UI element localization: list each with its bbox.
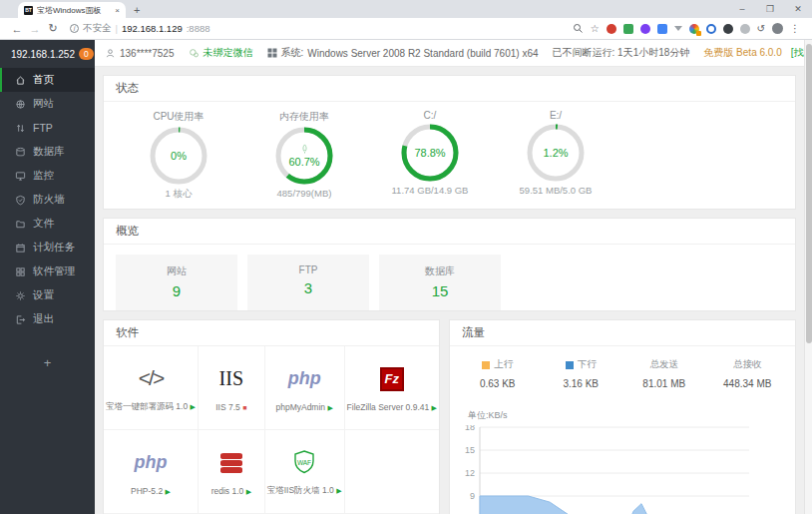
software-name[interactable]: FileZilla Server 0.9.41 (347, 402, 430, 412)
account-info[interactable]: 136****7525 (105, 48, 175, 59)
url-host: 192.168.1.129 (122, 23, 183, 34)
sidebar-item-files[interactable]: 文件 (0, 212, 95, 236)
tab-close-icon[interactable]: × (115, 6, 120, 15)
svg-text:12: 12 (465, 468, 475, 478)
page-scrollbar[interactable] (804, 40, 812, 514)
stopped-status-icon: ■ (242, 404, 246, 411)
software-tile-redis[interactable]: redis 1.0 ▶ (199, 430, 265, 514)
software-tile-phpmyadmin[interactable]: php phpMyAdmin ▶ (265, 346, 345, 430)
svg-text:15: 15 (465, 445, 475, 455)
sidebar-item-label: 设置 (33, 288, 54, 302)
message-count-badge[interactable]: 0 (79, 48, 94, 60)
software-name[interactable]: IIS 7.5 (215, 402, 240, 412)
purple-extension-icon[interactable] (640, 24, 650, 34)
server-header[interactable]: 192.168.1.252 0 (0, 40, 95, 68)
gauge-label: C:/ (367, 110, 493, 121)
status-panel: 状态 CPU使用率 0% 1 核心 内存使用率 60.7% (103, 75, 796, 210)
ftp-count-card[interactable]: FTP 3 (247, 255, 369, 310)
not-secure-label: 不安全 (83, 22, 112, 35)
gauge-subtext: 1 核心 (116, 188, 241, 201)
sidebar-item-home[interactable]: 首页 (0, 68, 95, 92)
software-name[interactable]: phpMyAdmin (275, 402, 325, 412)
sidebar-item-firewall[interactable]: 防火墙 (0, 188, 95, 212)
bookmark-star-icon[interactable]: ☆ (591, 24, 600, 34)
memory-gauge[interactable]: 内存使用率 60.7% 485/799(MB) (241, 107, 367, 201)
gauges-row: CPU使用率 0% 1 核心 内存使用率 60.7% 485/799(MB) (104, 102, 795, 201)
running-status-icon: ▶ (191, 403, 196, 410)
software-tile-filezilla[interactable]: Fz FileZilla Server 0.9.41 ▶ (345, 346, 439, 430)
cpu-gauge: CPU使用率 0% 1 核心 (116, 107, 241, 201)
back-button[interactable]: ← (8, 23, 26, 35)
card-label: 网站 (116, 264, 237, 278)
blue-extension-icon[interactable] (657, 24, 667, 34)
total-received-stat: 总接收 448.34 MB (706, 358, 790, 389)
sidebar-item-database[interactable]: 数据库 (0, 140, 95, 164)
blue-ring-extension-icon[interactable] (706, 24, 716, 34)
card-label: 数据库 (379, 264, 501, 278)
overview-panel: 概览 网站 9 FTP 3 数据库 15 (103, 218, 796, 311)
disk-c-ring: 78.8% (400, 123, 460, 183)
new-tab-button[interactable]: + (134, 4, 140, 18)
software-name[interactable]: redis 1.0 (211, 486, 244, 496)
sidebar-add-button[interactable]: + (0, 349, 95, 375)
browser-menu-icon[interactable]: ⋮ (790, 24, 800, 34)
sidebar-item-monitor[interactable]: 监控 (0, 164, 95, 188)
stat-value: 3.16 KB (540, 378, 623, 389)
extension-dropdown-icon[interactable] (674, 26, 682, 31)
url-separator: | (116, 23, 118, 34)
software-name[interactable]: 宝塔IIS防火墙 1.0 (267, 485, 334, 495)
sidebar-item-ftp[interactable]: FTP (0, 116, 95, 140)
browser-toolbar-icons: ☆ ↺ ⋮ (573, 23, 804, 34)
sidebar-item-label: 监控 (33, 169, 54, 183)
database-count-card[interactable]: 数据库 15 (379, 255, 501, 310)
software-tile-deploy[interactable]: </> 宝塔一键部署源码 1.0 ▶ (104, 346, 199, 430)
close-button[interactable]: ✕ (784, 4, 812, 14)
running-status-icon: ▶ (166, 488, 171, 495)
gauge-subtext: 59.51 MB/5.0 GB (493, 185, 618, 196)
minimize-button[interactable]: – (728, 4, 756, 14)
folder-icon (15, 219, 26, 230)
release-memory-rocket-icon[interactable] (299, 144, 310, 155)
green-extension-icon[interactable] (623, 24, 633, 34)
software-tile-iis[interactable]: IIS IIS 7.5 ■ (199, 346, 265, 430)
sidebar-item-software[interactable]: 软件管理 (0, 259, 95, 283)
dark-extension-icon[interactable] (723, 24, 733, 34)
share-extension-icon[interactable] (740, 24, 750, 34)
stat-value: 448.34 MB (706, 378, 790, 389)
gauge-label: 内存使用率 (241, 110, 367, 124)
colorful-extension-icon[interactable] (689, 24, 699, 34)
wechat-bind-link[interactable]: 未绑定微信 (189, 46, 253, 60)
address-field[interactable]: i 不安全 | 192.168.1.129:8888 (70, 22, 210, 35)
sidebar-item-label: 防火墙 (33, 193, 65, 207)
svg-text:WAF: WAF (297, 458, 311, 465)
adblock-extension-icon[interactable] (607, 24, 616, 34)
globe-icon (15, 99, 26, 110)
svg-text:18: 18 (465, 425, 475, 432)
traffic-area-chart: 1815129630 (460, 425, 759, 514)
sidebar-item-cron[interactable]: 计划任务 (0, 236, 95, 259)
status-panel-title: 状态 (104, 76, 795, 102)
browser-tab[interactable]: BT 宝塔Windows面板 × (18, 2, 126, 18)
url-port: :8888 (187, 23, 210, 34)
reload-button[interactable]: ↻ (44, 22, 62, 35)
software-tile-php52[interactable]: php PHP-5.2 ▶ (104, 430, 199, 514)
sidebar-item-sites[interactable]: 网站 (0, 92, 95, 116)
profile-avatar[interactable] (772, 23, 783, 34)
sidebar-item-logout[interactable]: 退出 (0, 307, 95, 331)
zoom-icon[interactable] (573, 23, 584, 34)
software-name[interactable]: PHP-5.2 (131, 486, 163, 496)
php-icon: php (288, 368, 321, 389)
sites-count-card[interactable]: 网站 9 (116, 255, 237, 310)
sidebar-item-label: 网站 (33, 97, 54, 111)
software-tile-waf[interactable]: WAF 宝塔IIS防火墙 1.0 ▶ (265, 430, 345, 514)
forward-button[interactable]: → (26, 23, 44, 35)
sidebar-item-settings[interactable]: 设置 (0, 283, 95, 307)
wechat-bind-label: 未绑定微信 (203, 46, 253, 60)
history-icon[interactable]: ↺ (757, 24, 765, 34)
stat-value: 0.63 KB (456, 378, 540, 389)
gear-icon (15, 290, 26, 301)
scrollbar-thumb[interactable] (806, 44, 812, 343)
software-name[interactable]: 宝塔一键部署源码 1.0 (106, 401, 188, 411)
shield-icon (15, 195, 26, 206)
maximize-button[interactable]: ❐ (756, 4, 784, 14)
